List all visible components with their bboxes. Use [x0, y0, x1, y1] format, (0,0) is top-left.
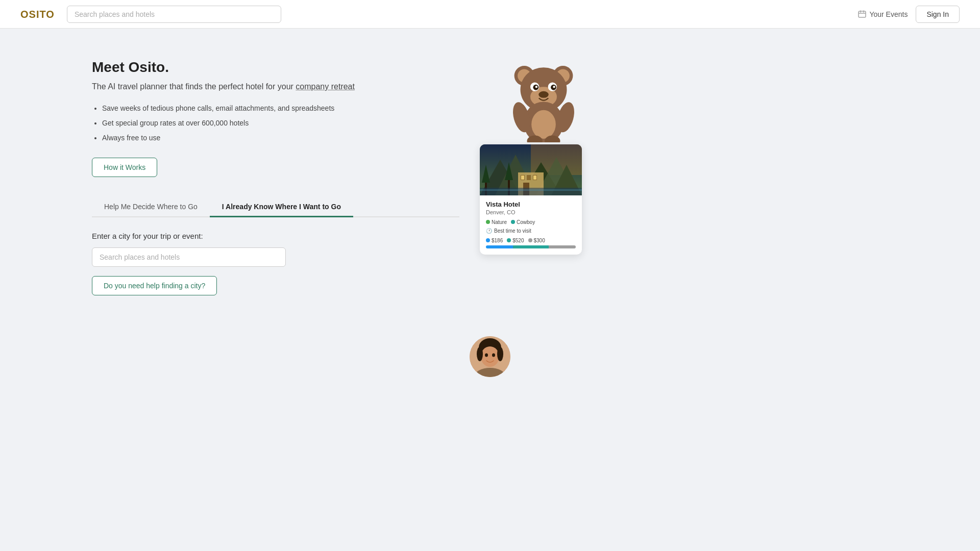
nature-label: Nature	[492, 219, 507, 225]
price-value-2: $520	[512, 238, 524, 243]
price-dot-3	[528, 238, 532, 242]
logo[interactable]: OSITO	[20, 8, 55, 21]
price-value-1: $186	[492, 238, 503, 243]
price-item-2: $520	[507, 238, 524, 243]
hotel-tag-nature: Nature	[486, 219, 507, 225]
hotel-card: Vista Hotel Denver, CO Nature Cowboy	[480, 144, 582, 255]
right-column: Vista Hotel Denver, CO Nature Cowboy	[480, 59, 602, 295]
hotel-name: Vista Hotel	[486, 201, 576, 208]
best-time-label: Best time to visit	[494, 228, 531, 234]
svg-point-16	[538, 91, 549, 98]
how-it-works-button[interactable]: How it Works	[92, 158, 157, 177]
avatar	[470, 336, 510, 377]
hotel-location: Denver, CO	[486, 209, 576, 215]
navbar-right: Your Events Sign In	[858, 6, 960, 23]
svg-point-15	[553, 86, 555, 88]
calendar-icon	[858, 10, 866, 18]
bullet-item-1: Save weeks of tedious phone calls, email…	[102, 103, 459, 114]
price-item-1: $186	[486, 238, 503, 243]
cowboy-dot	[511, 220, 515, 224]
price-bar-seg-1	[486, 245, 513, 248]
hotel-tag-cowboy: Cowboy	[511, 219, 535, 225]
bear-illustration: Vista Hotel Denver, CO Nature Cowboy	[480, 59, 582, 255]
navbar-search-container	[67, 6, 281, 23]
your-events-label: Your Events	[869, 10, 908, 18]
price-bar-seg-2	[513, 245, 549, 248]
navbar: OSITO Your Events Sign In	[0, 0, 980, 29]
svg-point-48	[497, 347, 503, 361]
clock-icon: 🕐	[486, 228, 492, 234]
svg-point-47	[477, 347, 483, 361]
tab-already-know[interactable]: I Already Know Where I Want to Go	[210, 197, 353, 217]
hero-subtitle: The AI travel planner that finds the per…	[92, 81, 459, 93]
hero-subtitle-link: company retreat	[296, 82, 355, 91]
svg-point-50	[492, 354, 495, 357]
svg-point-46	[481, 346, 499, 367]
svg-rect-42	[480, 189, 582, 191]
your-events-button[interactable]: Your Events	[858, 10, 908, 18]
navbar-search-input[interactable]	[67, 6, 281, 23]
main-content: Meet Osito. The AI travel planner that f…	[0, 29, 980, 326]
nature-dot	[486, 220, 490, 224]
person-avatar	[470, 336, 510, 377]
price-value-3: $300	[534, 238, 545, 243]
svg-rect-36	[527, 175, 531, 180]
hotel-tags: Nature Cowboy	[486, 219, 576, 225]
bear-icon	[510, 59, 577, 142]
svg-rect-40	[533, 176, 536, 180]
svg-point-14	[535, 86, 537, 88]
hotel-card-image	[480, 144, 582, 195]
price-dot-2	[507, 238, 511, 242]
sign-in-button[interactable]: Sign In	[916, 6, 960, 23]
hero-title: Meet Osito.	[92, 59, 459, 76]
price-bar-seg-3	[549, 245, 576, 248]
hero-subtitle-text: The AI travel planner that finds the per…	[92, 82, 293, 91]
cowboy-label: Cowboy	[517, 219, 535, 225]
svg-point-49	[485, 354, 488, 357]
price-bar	[486, 245, 576, 248]
left-column: Meet Osito. The AI travel planner that f…	[92, 59, 459, 295]
city-section-label: Enter a city for your trip or event:	[92, 232, 459, 240]
svg-rect-0	[859, 11, 866, 17]
tab-help-me[interactable]: Help Me Decide Where to Go	[92, 197, 210, 217]
bullet-item-2: Get special group rates at over 600,000 …	[102, 118, 459, 129]
bullet-list: Save weeks of tedious phone calls, email…	[92, 103, 459, 143]
bottom-section	[0, 326, 980, 387]
tabs-container: Help Me Decide Where to Go I Already Kno…	[92, 197, 459, 217]
hotel-scene-illustration	[480, 144, 582, 195]
help-city-button[interactable]: Do you need help finding a city?	[92, 276, 217, 295]
svg-rect-39	[521, 176, 524, 180]
price-item-3: $300	[528, 238, 545, 243]
price-legend: $186 $520 $300	[486, 238, 576, 243]
price-dot-1	[486, 238, 490, 242]
city-search-input[interactable]	[92, 247, 286, 267]
svg-rect-41	[480, 188, 582, 195]
svg-point-20	[531, 110, 556, 139]
bullet-item-3: Always free to use	[102, 133, 459, 143]
hotel-best-time: 🕐 Best time to visit	[486, 228, 576, 234]
hotel-card-body: Vista Hotel Denver, CO Nature Cowboy	[480, 195, 582, 255]
